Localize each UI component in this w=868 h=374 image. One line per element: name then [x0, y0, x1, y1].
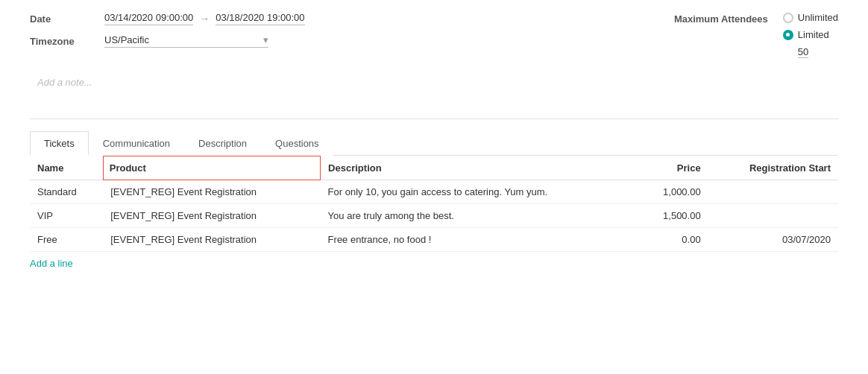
- radio-limited[interactable]: Limited: [783, 29, 838, 40]
- tabs-container: Tickets Communication Description Questi…: [30, 131, 838, 156]
- row-name: VIP: [30, 203, 103, 227]
- col-name: Name: [30, 156, 103, 180]
- col-reg-start: Registration Start: [708, 156, 838, 180]
- row-name: Free: [30, 227, 103, 251]
- note-area[interactable]: Add a note...: [30, 69, 838, 107]
- date-arrow: →: [199, 13, 210, 25]
- table-row[interactable]: VIP [EVENT_REG] Event Registration You a…: [30, 203, 838, 227]
- unlimited-radio-icon[interactable]: [783, 13, 793, 23]
- col-description: Description: [321, 156, 638, 180]
- row-description: For only 10, you gain access to catering…: [321, 180, 638, 203]
- row-product: [EVENT_REG] Event Registration: [103, 227, 320, 251]
- limited-label: Limited: [798, 29, 829, 40]
- limited-radio-icon[interactable]: [783, 30, 793, 40]
- col-product: Product: [103, 156, 320, 180]
- timezone-value[interactable]: US/Pacific: [104, 34, 268, 48]
- row-reg-start: [708, 180, 838, 203]
- section-divider: [30, 118, 838, 119]
- unlimited-label: Unlimited: [798, 12, 838, 23]
- table-row[interactable]: Free [EVENT_REG] Event Registration Free…: [30, 227, 838, 251]
- tab-questions[interactable]: Questions: [261, 131, 333, 156]
- tab-communication[interactable]: Communication: [89, 131, 184, 156]
- date-label: Date: [30, 12, 89, 25]
- row-name: Standard: [30, 180, 103, 203]
- row-price: 1,500.00: [637, 203, 708, 227]
- row-price: 0.00: [637, 227, 708, 251]
- row-product: [EVENT_REG] Event Registration: [103, 203, 320, 227]
- tickets-table: Name Product Description Price Registrat…: [30, 156, 838, 252]
- col-price: Price: [637, 156, 708, 180]
- row-reg-start: 03/07/2020: [708, 227, 838, 251]
- date-start: 03/14/2020 09:00:00: [104, 12, 193, 25]
- tab-description[interactable]: Description: [184, 131, 261, 156]
- date-end: 03/18/2020 19:00:00: [216, 12, 304, 25]
- radio-unlimited[interactable]: Unlimited: [783, 12, 838, 23]
- max-attendees-label: Maximum Attendees: [674, 12, 768, 25]
- row-description: Free entrance, no food !: [321, 227, 638, 251]
- row-product: [EVENT_REG] Event Registration: [103, 180, 320, 203]
- row-reg-start: [708, 203, 838, 227]
- table-row[interactable]: Standard [EVENT_REG] Event Registration …: [30, 180, 838, 203]
- row-price: 1,000.00: [637, 180, 708, 203]
- row-description: You are truly among the best.: [321, 203, 638, 227]
- max-input[interactable]: 50: [798, 46, 808, 58]
- timezone-label: Timezone: [30, 34, 89, 47]
- tab-tickets[interactable]: Tickets: [30, 131, 89, 156]
- add-line-button[interactable]: Add a line: [30, 258, 73, 269]
